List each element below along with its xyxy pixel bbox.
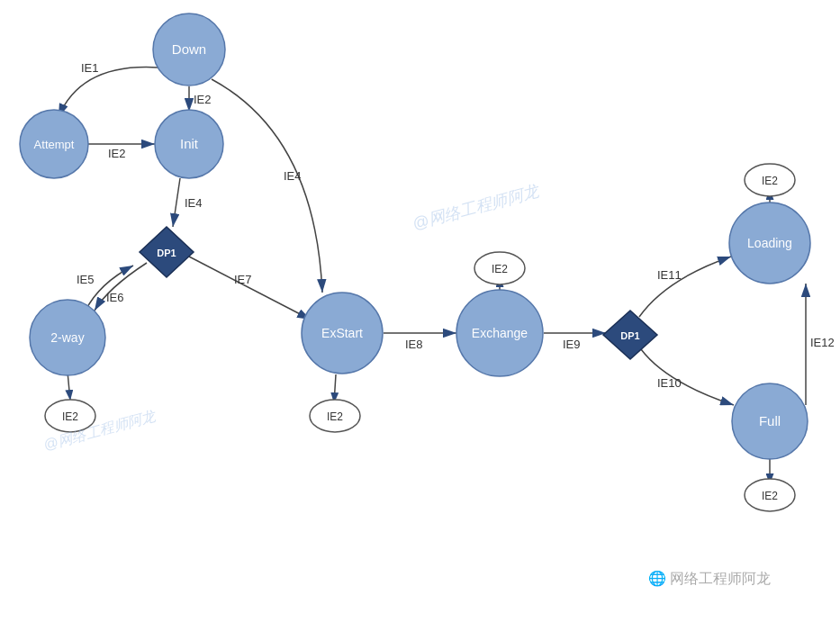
diagram-canvas: IE1 IE2 IE2 IE4 IE5 IE6 IE7 IE4 IE8 IE9 … bbox=[0, 0, 840, 622]
node-full-label: Full bbox=[759, 413, 781, 428]
edge-label-ie6: IE6 bbox=[106, 291, 124, 304]
node-ie2-exstart-label: IE2 bbox=[327, 410, 343, 423]
edge-label-ie4-init: IE4 bbox=[185, 196, 203, 210]
edge-label-ie10: IE10 bbox=[657, 376, 682, 390]
edge-label-ie11: IE11 bbox=[657, 268, 682, 282]
node-init-label: Init bbox=[180, 136, 199, 151]
background bbox=[0, 0, 840, 622]
edge-label-ie8: IE8 bbox=[405, 338, 423, 351]
node-exstart-label: ExStart bbox=[321, 326, 363, 340]
edge-label-ie1: IE1 bbox=[81, 61, 99, 75]
node-down-label: Down bbox=[172, 41, 206, 57]
node-exchange-label: Exchange bbox=[472, 326, 528, 340]
node-loading-label: Loading bbox=[747, 236, 792, 250]
node-dp1-right-label: DP1 bbox=[620, 330, 639, 341]
edge-label-ie4-down: IE4 bbox=[284, 169, 302, 183]
edge-label-ie2-attempt-init: IE2 bbox=[108, 147, 126, 160]
watermark-bottom-right: 🌐 网络工程师阿龙 bbox=[648, 570, 771, 587]
edge-label-ie5: IE5 bbox=[77, 273, 95, 286]
node-ie2-loading-label: IE2 bbox=[762, 175, 778, 187]
edge-label-ie2-down-init: IE2 bbox=[194, 93, 212, 106]
node-ie2-full-label: IE2 bbox=[762, 490, 778, 502]
node-attempt-label: Attempt bbox=[34, 138, 75, 151]
node-2way-label: 2-way bbox=[50, 330, 84, 345]
edge-label-ie12: IE12 bbox=[810, 336, 835, 349]
node-dp1-left-label: DP1 bbox=[157, 248, 176, 258]
edge-label-ie7: IE7 bbox=[234, 273, 252, 286]
node-ie2-exchange-label: IE2 bbox=[492, 263, 508, 275]
edge-label-ie9: IE9 bbox=[563, 338, 581, 351]
node-ie2-2way-label: IE2 bbox=[62, 410, 78, 423]
